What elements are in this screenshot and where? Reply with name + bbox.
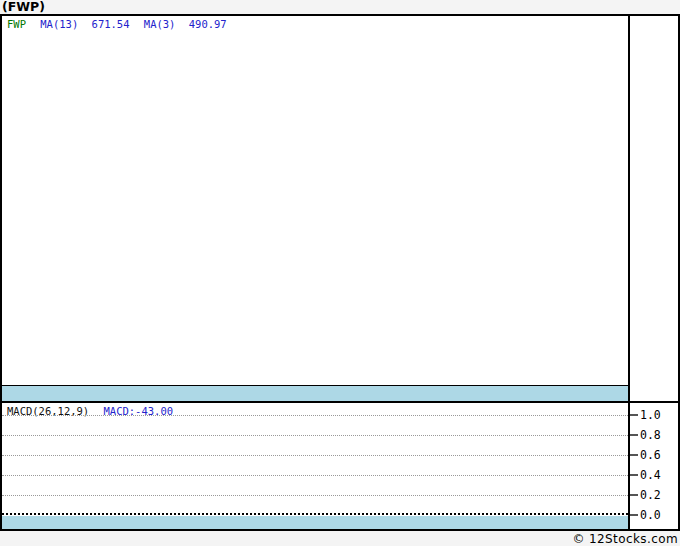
macd-flat-band (2, 516, 628, 529)
macd-zero-line (2, 513, 628, 515)
legend-ma3-label: MA(3) (144, 18, 176, 30)
stock-chart-page: (FWP) FWP MA(13) 671.54 MA(3) 490.97 MAC… (0, 0, 680, 546)
macd-panel: MACD(26,12,9) MACD:-43.00 (2, 403, 628, 529)
chart-frame: FWP MA(13) 671.54 MA(3) 490.97 MACD(26,1… (0, 14, 680, 531)
axis-tick-label: 0.0 (640, 507, 661, 523)
copyright-text: © 12Stocks.com (572, 532, 678, 546)
legend-ma13-value: 671.54 (92, 18, 130, 30)
legend-ma13-label: MA(13) (40, 18, 78, 30)
axis-tick (630, 454, 638, 456)
y-axis-divider (628, 16, 630, 529)
axis-tick (630, 474, 638, 476)
axis-tick-label: 0.2 (640, 487, 661, 503)
axis-tick (630, 414, 638, 416)
legend-symbol: FWP (7, 18, 26, 30)
macd-gridline (2, 455, 628, 456)
price-panel: FWP MA(13) 671.54 MA(3) 490.97 (2, 16, 628, 401)
axis-tick (630, 514, 638, 516)
axis-tick-label: 0.8 (640, 427, 661, 443)
axis-tick-label: 1.0 (640, 407, 661, 423)
macd-gridline (2, 495, 628, 496)
price-flat-band (2, 385, 628, 401)
legend-ma3-value: 490.97 (189, 18, 227, 30)
axis-tick (630, 434, 638, 436)
macd-gridline (2, 435, 628, 436)
footer: © 12Stocks.com (0, 532, 678, 546)
macd-gridline (2, 415, 628, 416)
macd-gridline (2, 475, 628, 476)
page-title: (FWP) (2, 0, 45, 14)
axis-tick-label: 0.6 (640, 447, 661, 463)
axis-tick (630, 494, 638, 496)
axis-tick-label: 0.4 (640, 467, 661, 483)
price-legend: FWP MA(13) 671.54 MA(3) 490.97 (7, 18, 227, 30)
